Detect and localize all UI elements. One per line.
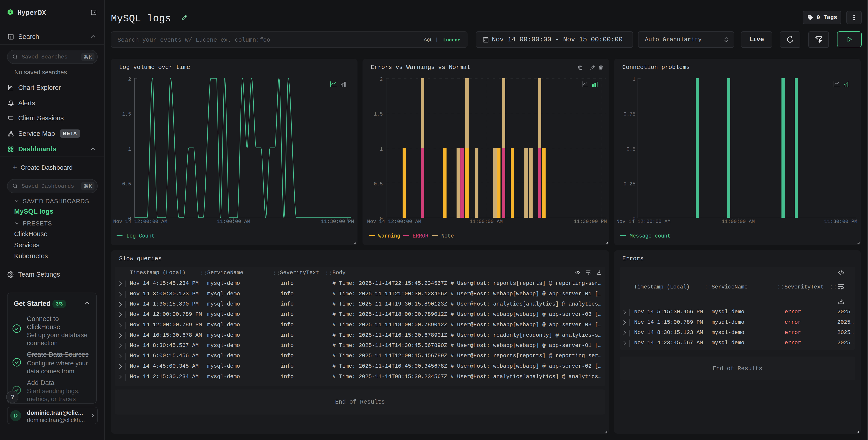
svg-text:1: 1 (128, 146, 131, 152)
svg-text:0.5: 0.5 (374, 181, 383, 187)
svg-text:1: 1 (380, 146, 383, 152)
svg-text:11:30:00 PM: 11:30:00 PM (574, 219, 607, 225)
svg-text:Log Count: Log Count (126, 233, 155, 239)
svg-text:1.5: 1.5 (122, 111, 131, 117)
svg-text:1.5: 1.5 (374, 111, 383, 117)
svg-text:11:00:00 AM: 11:00:00 AM (217, 219, 250, 225)
svg-text:Message count: Message count (629, 233, 670, 239)
svg-text:11:00:00 AM: 11:00:00 AM (721, 219, 754, 225)
svg-text:0.25: 0.25 (623, 181, 636, 187)
svg-text:0.5: 0.5 (122, 181, 131, 187)
svg-text:Nov 14 12:00:00 AM: Nov 14 12:00:00 AM (113, 219, 167, 225)
svg-text:1: 1 (632, 77, 636, 82)
svg-text:Warning: Warning (378, 233, 400, 239)
svg-text:Note: Note (441, 233, 454, 239)
svg-text:0.75: 0.75 (623, 111, 636, 117)
svg-text:0.5: 0.5 (626, 146, 636, 152)
svg-text:ERROR: ERROR (412, 233, 428, 239)
svg-text:Nov 14 12:00:00 AM: Nov 14 12:00:00 AM (367, 219, 421, 225)
svg-text:Nov 14 12:00:00 AM: Nov 14 12:00:00 AM (616, 219, 671, 225)
svg-text:2: 2 (128, 77, 131, 82)
svg-text:11:30:00 PM: 11:30:00 PM (824, 219, 857, 225)
svg-text:11:00:00 AM: 11:00:00 AM (469, 219, 502, 225)
svg-text:2: 2 (380, 77, 383, 82)
svg-text:11:30:00 PM: 11:30:00 PM (321, 219, 354, 225)
